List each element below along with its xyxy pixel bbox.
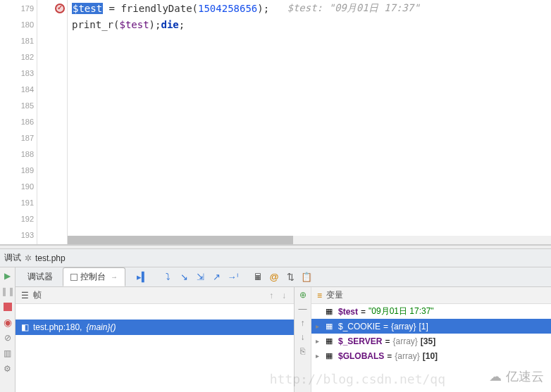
variables-toolbar: ⊕ — ↑ ↓ ⎘ <box>295 287 311 392</box>
debug-panel: ▶ ❚❚ ◉ ⊘ ▥ ⚙ 调试器 控制台→ ▸▍ ⤵ ↘ ⇲ ↗ →ᴵ 🖩 @ … <box>0 267 551 392</box>
var-name: $_SERVER <box>338 336 382 346</box>
breakpoint-slot[interactable] <box>37 227 67 243</box>
line-number: 182 <box>0 49 37 65</box>
line-number: 192 <box>0 210 37 227</box>
line-number: 193 <box>0 227 37 243</box>
add-watch-icon[interactable]: ⊕ <box>297 289 309 301</box>
variable-selected[interactable]: $test <box>72 3 103 14</box>
frames-header: ☰ 帧 ↑ ↓ <box>16 287 294 304</box>
var-count: [1] <box>419 322 428 331</box>
var-type-icon: ▦ <box>326 336 335 346</box>
list-icon: ≡ <box>317 291 322 301</box>
force-step-into-icon[interactable]: ⇲ <box>193 270 207 284</box>
layout-icon[interactable]: ▥ <box>2 348 13 359</box>
breakpoint-slot[interactable] <box>37 178 67 194</box>
breakpoint-gutter[interactable] <box>37 0 68 244</box>
debug-file: test.php <box>35 253 66 263</box>
breakpoint-slot[interactable] <box>37 113 67 129</box>
variable-row[interactable]: ▸▦$_COOKIE = {array} [1] <box>311 319 551 334</box>
tab-debugger[interactable]: 调试器 <box>20 267 61 286</box>
var-type-icon: ▦ <box>326 307 335 316</box>
var-count: [10] <box>423 351 438 361</box>
step-out-icon[interactable]: ↗ <box>209 270 223 284</box>
sort-icon[interactable]: ⇅ <box>283 270 297 284</box>
variables-list: ≡ 变量 ▦$test = "09月01日 17:37"▸▦$_COOKIE =… <box>311 287 551 392</box>
watch-down-icon[interactable]: ↓ <box>297 331 309 343</box>
expand-icon[interactable]: ▸ <box>316 322 323 330</box>
line-number: 184 <box>0 81 37 97</box>
evaluate-icon[interactable]: 🖩 <box>251 270 265 284</box>
copy-icon[interactable]: ⎘ <box>297 346 309 357</box>
var-name: $test <box>338 307 358 317</box>
line-number: 191 <box>0 194 37 210</box>
remove-watch-icon[interactable]: — <box>297 303 309 315</box>
resume-icon[interactable]: ▶ <box>2 270 13 282</box>
php-file-icon: ◧ <box>21 322 29 332</box>
frame-row-spacer <box>16 304 294 320</box>
stack-icon: ☰ <box>21 291 29 301</box>
breakpoint-slot[interactable] <box>37 129 67 146</box>
show-execution-icon[interactable]: ▸▍ <box>135 270 149 284</box>
variable-row[interactable]: ▦$test = "09月01日 17:37" <box>311 304 551 319</box>
step-over-icon[interactable]: ⤵ <box>161 270 175 284</box>
var-name: $_COOKIE <box>338 322 380 331</box>
breakpoint-icon[interactable] <box>55 4 65 13</box>
variable-row[interactable]: ▸▦$_SERVER = {array} [35] <box>311 334 551 348</box>
var-type: {array} <box>393 336 418 346</box>
line-number: 190 <box>0 178 37 194</box>
breakpoint-slot[interactable] <box>37 0 67 16</box>
line-number: 181 <box>0 32 37 49</box>
variables-panel: ⊕ — ↑ ↓ ⎘ ≡ 变量 ▦$test = "09月01日 17:37"▸▦… <box>295 287 551 392</box>
step-into-icon[interactable]: ↘ <box>177 270 191 284</box>
line-number: 187 <box>0 129 37 146</box>
breakpoint-slot[interactable] <box>37 194 67 210</box>
breakpoint-slot[interactable] <box>37 65 67 81</box>
code-line: print_r($test);die; <box>68 16 551 32</box>
line-number: 183 <box>0 65 37 81</box>
view-breakpoints-icon[interactable]: ◉ <box>2 317 13 328</box>
breakpoint-slot[interactable] <box>37 146 67 162</box>
breakpoint-slot[interactable] <box>37 162 67 178</box>
line-number: 180 <box>0 16 37 32</box>
run-to-cursor-icon[interactable]: →ᴵ <box>225 270 240 284</box>
breakpoint-slot[interactable] <box>37 210 67 227</box>
clipboard-icon[interactable]: 📋 <box>299 270 314 284</box>
var-type: {array} <box>391 322 416 331</box>
var-type-icon: ▦ <box>326 322 335 331</box>
var-type-icon: ▦ <box>326 351 335 360</box>
breakpoint-slot[interactable] <box>37 81 67 97</box>
console-icon <box>70 274 78 281</box>
pause-icon[interactable]: ❚❚ <box>2 286 13 297</box>
dropdown-icon: → <box>111 273 118 281</box>
expand-icon[interactable]: ▸ <box>316 337 323 345</box>
variable-row[interactable]: ▸▦$GLOBALS = {array} [10] <box>311 348 551 363</box>
tab-console[interactable]: 控制台→ <box>63 267 125 286</box>
var-count: [35] <box>421 336 435 346</box>
code-editor[interactable]: $test = friendlyDate(1504258656); $test:… <box>68 0 551 244</box>
breakpoint-slot[interactable] <box>37 16 67 32</box>
var-value: "09月01日 17:37" <box>369 305 434 317</box>
watch-up-icon[interactable]: ↑ <box>297 317 309 329</box>
line-number: 186 <box>0 113 37 129</box>
frame-down-icon[interactable]: ↓ <box>280 291 288 301</box>
breakpoint-slot[interactable] <box>37 97 67 113</box>
var-type: {array} <box>395 351 419 361</box>
line-number: 188 <box>0 146 37 162</box>
variables-header: ≡ 变量 <box>311 287 551 304</box>
debug-label: 调试 <box>4 252 21 264</box>
horizontal-scrollbar[interactable] <box>68 236 551 244</box>
line-gutter: 1791801811821831841851861871881891901911… <box>0 0 37 244</box>
settings-icon[interactable]: ⚙ <box>2 363 13 374</box>
stop-icon[interactable] <box>2 301 13 312</box>
frames-panel: ☰ 帧 ↑ ↓ ◧ test.php:180, {main}() <box>16 287 295 392</box>
frame-row[interactable]: ◧ test.php:180, {main}() <box>16 320 294 335</box>
line-number: 179 <box>0 0 37 16</box>
var-name: $GLOBALS <box>338 351 384 361</box>
debug-session-bar: 调试 ✲ test.php <box>0 249 551 267</box>
frame-up-icon[interactable]: ↑ <box>267 291 276 301</box>
expand-icon[interactable]: ▸ <box>316 352 323 360</box>
mute-breakpoints-icon[interactable]: ⊘ <box>2 332 13 343</box>
breakpoint-slot[interactable] <box>37 32 67 49</box>
breakpoint-slot[interactable] <box>37 49 67 65</box>
at-icon[interactable]: @ <box>267 270 281 284</box>
